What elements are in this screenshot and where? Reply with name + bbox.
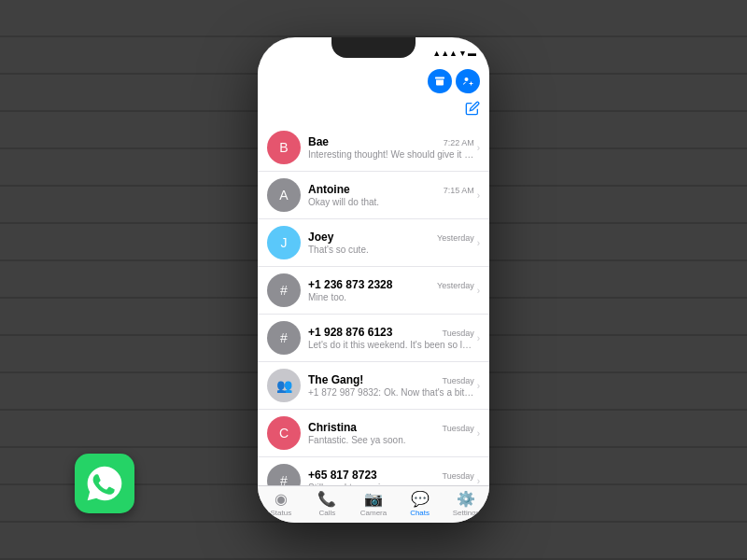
chevron-icon: › xyxy=(477,238,480,248)
chat-item[interactable]: # +65 817 8723 Tuesday Still need to reg… xyxy=(258,457,489,485)
chevron-icon: › xyxy=(477,476,480,486)
signal-icon: ▲▲▲ xyxy=(432,49,458,58)
nav-action-icons xyxy=(428,69,480,93)
battery-icon: ▬ xyxy=(468,49,476,58)
chat-item[interactable]: A Antoine 7:15 AM Okay will do that. › xyxy=(258,172,489,219)
chat-time: Tuesday xyxy=(442,376,473,385)
chevron-icon: › xyxy=(477,286,480,296)
tab-icon: ⚙️ xyxy=(457,490,475,508)
chat-name: Antoine xyxy=(308,183,350,196)
chat-preview: Let's do it this weekend. It's been so l… xyxy=(308,340,474,350)
tab-label: Status xyxy=(270,509,291,517)
chat-list: B Bae 7:22 AM Interesting thought! We sh… xyxy=(258,124,489,485)
tab-bar: ◉ Status 📞 Calls 📷 Camera 💬 Chats ⚙️ Set… xyxy=(258,485,489,523)
chat-item[interactable]: # +1 928 876 6123 Tuesday Let's do it th… xyxy=(258,315,489,362)
header-row xyxy=(258,99,489,124)
avatar: J xyxy=(267,226,301,259)
chat-preview: Fantastic. See ya soon. xyxy=(308,435,474,445)
nav-bar xyxy=(258,65,489,99)
tab-icon: ◉ xyxy=(275,490,288,508)
chat-preview: Okay will do that. xyxy=(308,197,474,207)
chat-preview: +1 872 987 9832: Ok. Now that's a bit sh… xyxy=(308,387,474,398)
chevron-icon: › xyxy=(477,143,480,153)
chat-name: +1 928 876 6123 xyxy=(308,326,392,339)
chat-time: Tuesday xyxy=(442,471,473,481)
chat-name: +1 236 873 2328 xyxy=(308,278,392,291)
chat-item[interactable]: # +1 236 873 2328 Yesterday Mine too. › xyxy=(258,267,489,315)
chevron-icon: › xyxy=(477,428,480,439)
add-contact-button[interactable] xyxy=(456,69,480,93)
avatar: 👥 xyxy=(267,369,301,402)
chevron-icon: › xyxy=(477,381,480,391)
tab-calls[interactable]: 📞 Calls xyxy=(304,490,351,517)
chevron-icon: › xyxy=(477,190,480,201)
tab-camera[interactable]: 📷 Camera xyxy=(350,490,397,517)
status-icons: ▲▲▲ ▾ ▬ xyxy=(432,49,476,58)
chat-time: 7:15 AM xyxy=(444,186,474,195)
chat-time: Yesterday xyxy=(437,281,474,290)
tab-label: Settings xyxy=(453,509,480,517)
chat-time: Yesterday xyxy=(437,233,474,243)
whatsapp-app-icon[interactable] xyxy=(75,454,134,513)
chat-item[interactable]: B Bae 7:22 AM Interesting thought! We sh… xyxy=(258,124,489,172)
tab-settings[interactable]: ⚙️ Settings xyxy=(443,490,489,517)
chat-info: +1 928 876 6123 Tuesday Let's do it this… xyxy=(308,326,474,350)
phone-frame: ▲▲▲ ▾ ▬ xyxy=(258,37,489,523)
chat-preview: Interesting thought! We should give it a… xyxy=(308,149,474,160)
chat-preview: Mine too. xyxy=(308,292,474,302)
chat-info: Christina Tuesday Fantastic. See ya soon… xyxy=(308,421,474,445)
svg-rect-0 xyxy=(435,77,444,79)
chat-item[interactable]: 👥 The Gang! Tuesday +1 872 987 9832: Ok.… xyxy=(258,362,489,410)
chevron-icon: › xyxy=(477,333,480,343)
avatar: # xyxy=(267,273,301,307)
chat-info: Bae 7:22 AM Interesting thought! We shou… xyxy=(308,135,474,160)
chat-time: Tuesday xyxy=(442,329,473,338)
tab-status[interactable]: ◉ Status xyxy=(258,490,304,517)
tab-label: Calls xyxy=(319,509,336,517)
chat-info: +1 236 873 2328 Yesterday Mine too. xyxy=(308,278,474,302)
tab-label: Camera xyxy=(360,509,387,517)
chat-info: +65 817 8723 Tuesday Still need to regai… xyxy=(308,469,474,485)
chat-name: +65 817 8723 xyxy=(308,469,377,482)
chat-item[interactable]: C Christina Tuesday Fantastic. See ya so… xyxy=(258,410,489,457)
avatar: B xyxy=(267,131,301,164)
phone-notch xyxy=(331,37,416,58)
chat-preview: That's so cute. xyxy=(308,245,474,255)
chat-time: Tuesday xyxy=(442,424,473,433)
avatar: A xyxy=(267,178,301,212)
chat-info: The Gang! Tuesday +1 872 987 9832: Ok. N… xyxy=(308,373,474,398)
avatar: # xyxy=(267,464,301,485)
chat-info: Antoine 7:15 AM Okay will do that. xyxy=(308,183,474,207)
tab-icon: 📞 xyxy=(317,490,336,508)
chat-time: 7:22 AM xyxy=(444,138,474,147)
wifi-icon: ▾ xyxy=(460,49,465,58)
svg-point-1 xyxy=(465,77,469,81)
chat-name: Joey xyxy=(308,231,333,244)
chat-info: Joey Yesterday That's so cute. xyxy=(308,231,474,255)
app-content: B Bae 7:22 AM Interesting thought! We sh… xyxy=(258,65,489,523)
chat-name: Christina xyxy=(308,421,357,434)
chat-name: The Gang! xyxy=(308,373,363,386)
chat-item[interactable]: J Joey Yesterday That's so cute. › xyxy=(258,219,489,267)
compose-button[interactable] xyxy=(465,101,480,119)
archive-button[interactable] xyxy=(428,69,452,93)
tab-label: Chats xyxy=(410,509,430,517)
tab-icon: 📷 xyxy=(364,490,383,508)
avatar: # xyxy=(267,321,301,355)
tab-icon: 💬 xyxy=(411,490,430,508)
avatar: C xyxy=(267,416,301,450)
tab-chats[interactable]: 💬 Chats xyxy=(397,490,444,517)
chat-name: Bae xyxy=(308,135,329,148)
